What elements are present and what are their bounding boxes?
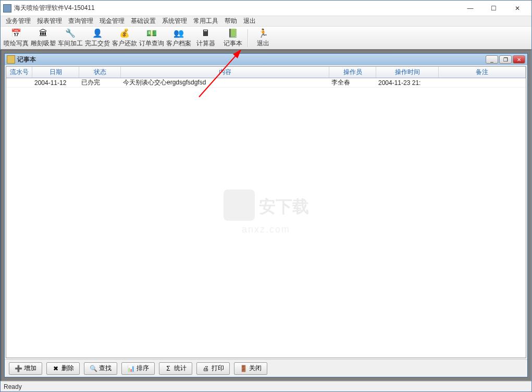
- bill-icon: 💵: [146, 28, 157, 39]
- col-operator[interactable]: 操作员: [329, 67, 376, 78]
- tool-calculator[interactable]: 🖩计算器: [192, 28, 219, 48]
- maximize-button[interactable]: ☐: [482, 1, 505, 16]
- tool-carving[interactable]: 🏛雕刻吸塑: [30, 28, 57, 48]
- print-button[interactable]: 🖨打印: [196, 362, 230, 375]
- book-icon: 📗: [228, 28, 238, 39]
- cell-date: 2004-11-12: [32, 78, 79, 87]
- sigma-icon: Σ: [165, 365, 172, 372]
- stats-button[interactable]: Σ统计: [159, 362, 192, 375]
- tool-order-query[interactable]: 💵订单查询: [138, 28, 165, 48]
- notebook-icon: [7, 55, 15, 64]
- app-icon: [3, 4, 11, 13]
- cell-operator: 李全春: [329, 78, 376, 87]
- main-toolbar: 📅喷绘写真 🏛雕刻吸塑 🔧车间加工 👤完工交货 💰客户还款 💵订单查询 👥客户档…: [1, 27, 531, 50]
- child-restore-button[interactable]: ❐: [499, 55, 512, 64]
- col-status[interactable]: 状态: [79, 67, 121, 78]
- tool-customer-file[interactable]: 👥客户档案: [165, 28, 192, 48]
- menu-help[interactable]: 帮助: [221, 16, 240, 27]
- child-titlebar[interactable]: 记事本 _ ❐ ✕: [5, 54, 527, 65]
- door-icon: 🚪: [240, 365, 247, 372]
- delete-button[interactable]: ✖删除: [46, 362, 80, 375]
- child-title: 记事本: [17, 55, 486, 64]
- search-icon: 🔍: [90, 365, 97, 372]
- cell-status: 已办完: [79, 78, 121, 87]
- grid-header: 流水号 日期 状态 内容 操作员 操作时间 备注: [6, 67, 526, 78]
- col-time[interactable]: 操作时间: [376, 67, 439, 78]
- child-close-button[interactable]: ✕: [513, 55, 525, 64]
- menu-tools[interactable]: 常用工具: [190, 16, 221, 27]
- printer-icon: 🖨: [202, 365, 209, 372]
- action-bar: ➕增加 ✖删除 🔍查找 📊排序 Σ统计 🖨打印 🚪关闭: [5, 359, 527, 377]
- cell-remark: [439, 78, 526, 87]
- menu-cash[interactable]: 现金管理: [96, 16, 128, 27]
- table-row[interactable]: 2004-11-12 已办完 今天别谈心交心ergdsgfsdgfsd 李全春 …: [6, 78, 526, 88]
- menubar: 业务管理 报表管理 查询管理 现金管理 基础设置 系统管理 常用工具 帮助 退出: [1, 16, 531, 27]
- window-title: 海天喷绘管理软件V4-150411: [14, 4, 459, 13]
- close-button[interactable]: ✕: [505, 1, 529, 16]
- col-date[interactable]: 日期: [32, 67, 79, 78]
- status-text: Ready: [4, 383, 22, 390]
- menu-report[interactable]: 报表管理: [34, 16, 65, 27]
- money-icon: 💰: [119, 28, 130, 39]
- tool-exit[interactable]: 🏃退出: [250, 28, 277, 48]
- sort-button[interactable]: 📊排序: [121, 362, 155, 375]
- menu-query[interactable]: 查询管理: [65, 16, 96, 27]
- exit-icon: 🏃: [258, 28, 268, 39]
- tool-notebook[interactable]: 📗记事本: [219, 28, 246, 48]
- plus-icon: ➕: [15, 365, 22, 372]
- toolbar-separator: [248, 29, 249, 47]
- child-window-notebook: 记事本 _ ❐ ✕ 流水号 日期 状态 内容 操作员 操作时间 备注: [4, 53, 528, 377]
- grid-body[interactable]: 2004-11-12 已办完 今天别谈心交心ergdsgfsdgfsd 李全春 …: [6, 78, 526, 358]
- close-button[interactable]: 🚪关闭: [234, 362, 267, 375]
- add-button[interactable]: ➕增加: [9, 362, 42, 375]
- menu-settings[interactable]: 基础设置: [128, 16, 159, 27]
- calendar-icon: 📅: [11, 28, 21, 39]
- watermark-icon: [224, 190, 255, 221]
- tool-workshop[interactable]: 🔧车间加工: [57, 28, 84, 48]
- pillar-icon: 🏛: [38, 28, 48, 39]
- child-minimize-button[interactable]: _: [486, 55, 498, 64]
- mdi-client-area: 记事本 _ ❐ ✕ 流水号 日期 状态 内容 操作员 操作时间 备注: [1, 50, 531, 381]
- tool-customer-pay[interactable]: 💰客户还款: [111, 28, 138, 48]
- col-serial[interactable]: 流水号: [6, 67, 32, 78]
- statusbar: Ready: [1, 381, 531, 391]
- cell-time: 2004-11-23 21:: [376, 78, 439, 87]
- people-icon: 👥: [174, 28, 184, 39]
- tool-print-photo[interactable]: 📅喷绘写真: [3, 28, 30, 48]
- col-content[interactable]: 内容: [121, 67, 329, 78]
- menu-business[interactable]: 业务管理: [3, 16, 34, 27]
- find-button[interactable]: 🔍查找: [84, 362, 117, 375]
- person-icon: 👤: [92, 28, 103, 39]
- data-grid[interactable]: 流水号 日期 状态 内容 操作员 操作时间 备注 2004-11-12 已办完 …: [6, 66, 526, 358]
- wrench-icon: 🔧: [65, 28, 76, 39]
- calculator-icon: 🖩: [201, 28, 211, 39]
- x-icon: ✖: [52, 365, 59, 372]
- menu-exit[interactable]: 退出: [240, 16, 259, 27]
- cell-content: 今天别谈心交心ergdsgfsdgfsd: [121, 78, 329, 87]
- col-remark[interactable]: 备注: [439, 67, 526, 78]
- watermark: 安下载 anxz.com: [224, 190, 309, 235]
- menu-system[interactable]: 系统管理: [159, 16, 190, 27]
- minimize-button[interactable]: —: [459, 1, 482, 16]
- tool-delivery[interactable]: 👤完工交货: [84, 28, 111, 48]
- main-titlebar: 海天喷绘管理软件V4-150411 — ☐ ✕: [1, 1, 531, 16]
- bars-icon: 📊: [127, 365, 134, 372]
